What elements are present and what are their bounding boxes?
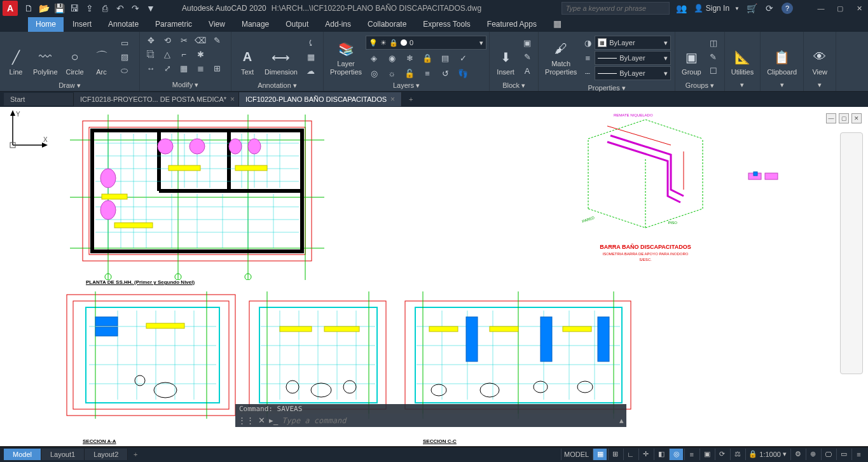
status-anno-icon[interactable]: ⚖	[730, 449, 744, 460]
close-icon[interactable]: ×	[230, 95, 235, 104]
nav-bar-icon[interactable]	[840, 132, 863, 374]
minimize-button[interactable]: —	[815, 3, 827, 13]
stretch-icon[interactable]: ↔	[142, 61, 159, 75]
tab-collaborate[interactable]: Collaborate	[360, 17, 414, 32]
copy-icon[interactable]: ⿻	[142, 47, 159, 61]
tab-annotate[interactable]: Annotate	[100, 17, 146, 32]
layer-off-icon[interactable]: ◉	[383, 51, 400, 65]
search-input[interactable]	[561, 2, 670, 15]
scale-icon[interactable]: ⤢	[159, 61, 176, 75]
layout-tab-1[interactable]: Layout1	[41, 449, 85, 460]
tab-extra-icon[interactable]: ▦	[546, 16, 569, 32]
status-gear-icon[interactable]: ⚙	[790, 449, 804, 460]
tab-manage[interactable]: Manage	[234, 17, 277, 32]
utilities-button[interactable]: 📐Utilities	[727, 33, 757, 78]
panel-properties-label[interactable]: Properties ▾	[541, 83, 672, 94]
layer-properties-button[interactable]: 📚Layer Properties	[326, 33, 366, 78]
layer-prev-icon[interactable]: ↺	[437, 66, 453, 80]
tab-expresstools[interactable]: Express Tools	[415, 17, 478, 32]
line-button[interactable]: ╱Line	[3, 33, 29, 78]
help-icon[interactable]: ?	[782, 3, 793, 14]
tab-featuredapps[interactable]: Featured Apps	[479, 17, 544, 32]
cmd-close-icon[interactable]: ✕	[258, 416, 265, 425]
vp-close-icon[interactable]: ✕	[851, 113, 862, 123]
qat-save-icon[interactable]: 💾	[53, 3, 65, 14]
insert-button[interactable]: ⬇Insert	[492, 33, 519, 78]
panel-groups-label[interactable]: Groups ▾	[678, 80, 722, 92]
vp-max-icon[interactable]: ▢	[839, 113, 849, 123]
hatch-icon[interactable]: ▨	[116, 50, 133, 64]
qat-dropdown-icon[interactable]: ▼	[145, 3, 156, 14]
view-button[interactable]: 👁View	[806, 33, 833, 78]
polyline-button[interactable]: 〰Polyline	[29, 33, 62, 78]
vp-min-icon[interactable]: —	[826, 113, 836, 123]
qat-redo-icon[interactable]: ↷	[130, 3, 141, 14]
offset2-icon[interactable]: ⊞	[209, 61, 225, 75]
layer-state-icon[interactable]: ▤	[437, 51, 453, 65]
attr-icon[interactable]: A	[519, 64, 535, 78]
layout-tab-2[interactable]: Layout2	[85, 449, 128, 460]
tab-insert[interactable]: Insert	[65, 17, 99, 32]
cmd-up-icon[interactable]: ▴	[619, 416, 624, 425]
leader-icon[interactable]: ⤹	[303, 36, 319, 50]
qat-undo-icon[interactable]: ↶	[114, 3, 126, 14]
command-input[interactable]	[282, 416, 616, 425]
add-layout-button[interactable]: +	[128, 451, 143, 458]
file-tab-start[interactable]: Start	[4, 93, 74, 106]
status-polar-icon[interactable]: ✛	[638, 449, 652, 460]
create-block-icon[interactable]: ▣	[519, 36, 535, 50]
maximize-button[interactable]: ▢	[834, 3, 846, 13]
clipboard-button[interactable]: 📋Clipboard	[763, 33, 801, 78]
rect-icon[interactable]: ▭	[116, 36, 133, 50]
panel-layers-label[interactable]: Layers ▾	[326, 80, 486, 92]
edit-block-icon[interactable]: ✎	[519, 50, 535, 64]
layer-on-icon[interactable]: ◎	[366, 66, 382, 80]
layer-walk-icon[interactable]: 👣	[455, 66, 471, 80]
move-icon[interactable]: ✥	[142, 33, 159, 47]
status-model-button[interactable]: MODEL	[561, 449, 591, 460]
update-icon[interactable]: ⟳	[764, 3, 775, 14]
panel-annotation-label[interactable]: Annotation ▾	[234, 80, 320, 92]
file-tab-1[interactable]: ICF10218-PROYECTO... DE POSTA MEDICA*×	[74, 92, 239, 106]
close-button[interactable]: ✕	[853, 3, 865, 13]
panel-block-label[interactable]: Block ▾	[492, 80, 535, 92]
status-grid-icon[interactable]: ▦	[593, 449, 607, 460]
lineweight-combo[interactable]: ByLayer▾	[595, 51, 671, 65]
status-ws-icon[interactable]: ⊕	[806, 449, 820, 460]
layer-freeze-icon[interactable]: ❄	[401, 51, 418, 65]
status-custom-icon[interactable]: ≡	[851, 449, 865, 460]
table-icon[interactable]: ▦	[303, 50, 319, 64]
cloud-icon[interactable]: ☁	[303, 64, 319, 78]
group-sel-icon[interactable]: ☐	[705, 64, 722, 78]
match-properties-button[interactable]: 🖌Match Properties	[541, 33, 581, 78]
infocenter-icon[interactable]: 👥	[676, 3, 687, 14]
prop-lt-icon[interactable]: ┄	[582, 66, 593, 80]
tab-parametric[interactable]: Parametric	[148, 17, 200, 32]
sign-in-button[interactable]: 👤Sign In▼	[694, 4, 740, 13]
drawing-canvas[interactable]: — ▢ ✕	[0, 107, 868, 447]
layer-combo[interactable]: 💡 ☀ 🔒 0 ▾	[366, 36, 486, 50]
erase2-icon[interactable]: ✎	[209, 33, 225, 47]
panel-modify-label[interactable]: Modify ▾	[142, 80, 228, 91]
mirror-icon[interactable]: △	[159, 47, 176, 61]
rotate-icon[interactable]: ⟲	[159, 33, 176, 47]
layer-make-icon[interactable]: ✓	[455, 51, 471, 65]
status-cycle-icon[interactable]: ⟳	[715, 449, 729, 460]
cmd-handle-icon[interactable]: ⋮⋮	[238, 416, 254, 425]
prop-lw-icon[interactable]: ≡	[582, 51, 593, 65]
layer-lock-icon[interactable]: 🔒	[419, 51, 436, 65]
status-iso-icon[interactable]: ◧	[654, 449, 668, 460]
status-trans-icon[interactable]: ▣	[699, 449, 713, 460]
close-icon[interactable]: ×	[390, 95, 395, 104]
status-ortho-icon[interactable]: ∟	[623, 449, 637, 460]
offset-icon[interactable]: ≣	[192, 61, 209, 75]
file-tab-2[interactable]: ICF10220-PLANO BAÑO DISCAPACITADOS×	[239, 92, 402, 106]
qat-plot-icon[interactable]: ⎙	[99, 3, 111, 14]
qat-open-icon[interactable]: 📂	[38, 3, 50, 14]
trim-icon[interactable]: ✂	[176, 33, 192, 47]
text-button[interactable]: AText	[234, 33, 261, 78]
layer-match-icon[interactable]: ≡	[419, 66, 436, 80]
tab-addins[interactable]: Add-ins	[317, 17, 359, 32]
ungroup-icon[interactable]: ◫	[705, 36, 722, 50]
layer-thaw-icon[interactable]: ☼	[383, 66, 400, 80]
